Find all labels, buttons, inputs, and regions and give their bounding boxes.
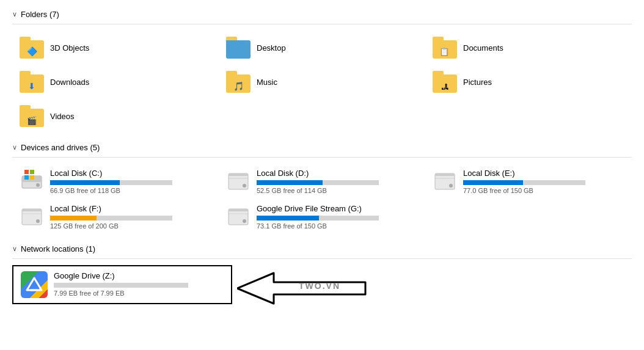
downloads-overlay-icon: ⬇	[28, 81, 35, 91]
folder-label-desktop: Desktop	[257, 43, 286, 53]
folder-item-music[interactable]: 🎵 Music	[219, 65, 425, 99]
drive-free-d: 52.5 GB free of 114 GB	[257, 187, 418, 194]
drive-bar-bg-g	[257, 216, 379, 221]
drive-bar-fill-f	[50, 216, 97, 221]
folder-item-3dobjects[interactable]: 🔷 3D Objects	[12, 31, 219, 65]
drives-chevron-icon: ∨	[12, 144, 17, 151]
svg-marker-23	[27, 278, 42, 290]
drives-section-label: Devices and drives (5)	[21, 143, 100, 152]
music-overlay-icon: 🎵	[233, 81, 244, 91]
folders-section-label: Folders (7)	[21, 10, 59, 19]
svg-rect-16	[22, 209, 42, 211]
folder-item-downloads[interactable]: ⬇ Downloads	[12, 65, 219, 99]
drive-bar-fill-g	[257, 216, 319, 221]
svg-rect-4	[30, 170, 34, 174]
folder-label-pictures: Pictures	[463, 78, 492, 87]
drive-name-g: Google Drive File Stream (G:)	[257, 204, 418, 213]
arrow-annotation: TWO.VN	[237, 270, 378, 307]
network-area: Google Drive (Z:) 7.99 EB free of 7.99 E…	[12, 265, 632, 304]
folder-label-music: Music	[257, 78, 277, 87]
network-drive-info-z: Google Drive (Z:) 7.99 EB free of 7.99 E…	[54, 271, 224, 297]
folder-icon-pictures: 🏞	[433, 71, 457, 93]
drive-icon-e	[433, 169, 457, 193]
drive-free-e: 77.0 GB free of 150 GB	[463, 187, 624, 194]
drive-bar-bg-c	[50, 180, 172, 185]
svg-rect-5	[24, 175, 29, 180]
folder-label-downloads: Downloads	[50, 78, 89, 87]
drives-grid: Local Disk (C:) 66.9 GB free of 118 GB	[12, 164, 632, 235]
folder-label-3dobjects: 3D Objects	[50, 43, 89, 53]
svg-point-18	[36, 219, 40, 223]
svg-rect-12	[435, 173, 455, 176]
pictures-overlay-icon: 🏞	[441, 82, 448, 91]
drive-info-c: Local Disk (C:) 66.9 GB free of 118 GB	[50, 169, 211, 194]
windows-logo-icon	[24, 170, 34, 181]
folder-icon-desktop	[226, 37, 251, 59]
network-drive-bar-fill-z	[54, 283, 55, 288]
svg-rect-6	[30, 175, 34, 180]
arrow-label: TWO.VN	[280, 281, 359, 291]
3dobjects-overlay-icon: 🔷	[27, 46, 37, 56]
drive-info-f: Local Disk (F:) 125 GB free of 200 GB	[50, 204, 211, 230]
drive-bar-fill-d	[257, 180, 323, 185]
drive-name-e: Local Disk (E:)	[463, 169, 624, 178]
gdrive-icon	[21, 271, 48, 298]
drive-item-c[interactable]: Local Disk (C:) 66.9 GB free of 118 GB	[12, 164, 219, 199]
drive-icon-d	[226, 169, 251, 193]
drive-name-c: Local Disk (C:)	[50, 169, 211, 178]
folders-chevron-icon: ∨	[12, 10, 17, 18]
drive-item-g[interactable]: Google Drive File Stream (G:) 73.1 GB fr…	[219, 199, 425, 235]
folder-label-videos: Videos	[50, 112, 75, 121]
network-chevron-icon: ∨	[12, 245, 17, 253]
drive-info-e: Local Disk (E:) 77.0 GB free of 150 GB	[463, 169, 624, 194]
network-drive-free-z: 7.99 EB free of 7.99 EB	[54, 290, 224, 297]
documents-overlay-icon: 📋	[439, 47, 449, 56]
folder-icon-downloads: ⬇	[20, 71, 44, 93]
videos-overlay-icon: 🎬	[27, 116, 37, 125]
drive-item-e[interactable]: Local Disk (E:) 77.0 GB free of 150 GB	[425, 164, 632, 199]
svg-rect-20	[229, 209, 248, 211]
folder-item-desktop[interactable]: Desktop	[219, 31, 425, 65]
drive-bar-bg-d	[257, 180, 379, 185]
folder-item-documents[interactable]: 📋 Documents	[425, 31, 632, 65]
folder-item-videos[interactable]: 🎬 Videos	[12, 99, 219, 133]
drive-free-c: 66.9 GB free of 118 GB	[50, 187, 211, 194]
drive-name-d: Local Disk (D:)	[257, 169, 418, 178]
drives-section-header[interactable]: ∨ Devices and drives (5)	[12, 139, 632, 158]
drive-item-d[interactable]: Local Disk (D:) 52.5 GB free of 114 GB	[219, 164, 425, 199]
drive-bar-fill-e	[463, 180, 523, 185]
drive-info-d: Local Disk (D:) 52.5 GB free of 114 GB	[257, 169, 418, 194]
svg-rect-3	[24, 170, 29, 174]
folder-label-documents: Documents	[463, 43, 503, 53]
drive-item-f[interactable]: Local Disk (F:) 125 GB free of 200 GB	[12, 199, 219, 235]
folders-section-header[interactable]: ∨ Folders (7)	[12, 6, 632, 24]
svg-point-2	[36, 183, 40, 187]
drive-free-f: 125 GB free of 200 GB	[50, 222, 211, 230]
drive-info-g: Google Drive File Stream (G:) 73.1 GB fr…	[257, 204, 418, 230]
drive-bar-bg-f	[50, 216, 172, 221]
svg-point-22	[243, 219, 246, 223]
drive-icon-c	[20, 169, 44, 193]
folder-icon-documents: 📋	[433, 37, 457, 59]
network-section-label: Network locations (1)	[21, 244, 95, 253]
drive-bar-bg-e	[463, 180, 585, 185]
network-drive-bar-bg-z	[54, 283, 188, 288]
network-drive-name-z: Google Drive (Z:)	[54, 271, 224, 280]
folder-item-pictures[interactable]: 🏞 Pictures	[425, 65, 632, 99]
svg-rect-8	[229, 173, 248, 176]
folder-icon-videos: 🎬	[20, 105, 44, 127]
folder-icon-music: 🎵	[226, 71, 251, 93]
drive-free-g: 73.1 GB free of 150 GB	[257, 222, 418, 230]
network-section-header[interactable]: ∨ Network locations (1)	[12, 241, 632, 259]
network-item-z[interactable]: Google Drive (Z:) 7.99 EB free of 7.99 E…	[12, 265, 232, 304]
drive-icon-f	[20, 204, 44, 228]
svg-point-10	[243, 184, 246, 188]
folder-icon-3dobjects: 🔷	[20, 37, 44, 59]
drive-name-f: Local Disk (F:)	[50, 204, 211, 213]
svg-point-14	[449, 184, 453, 188]
drive-bar-fill-c	[50, 180, 120, 185]
drive-icon-g	[226, 204, 251, 228]
folders-grid: 🔷 3D Objects Desktop 📋 Documents	[12, 31, 632, 133]
